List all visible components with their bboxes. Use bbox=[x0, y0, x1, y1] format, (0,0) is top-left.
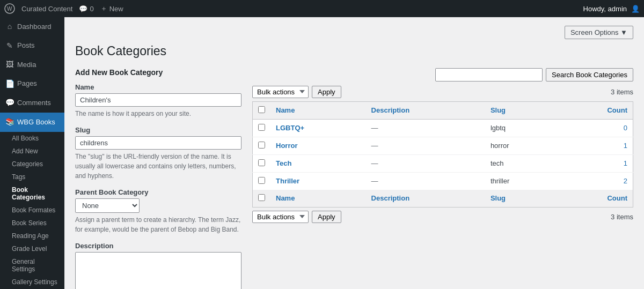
sidebar-sub-reading-age[interactable]: Reading Age bbox=[0, 229, 64, 242]
category-name-link[interactable]: Horror bbox=[276, 142, 297, 150]
row-slug-cell: thriller bbox=[485, 172, 558, 190]
parent-select[interactable]: None bbox=[75, 198, 140, 213]
sidebar-item-label: Dashboard bbox=[17, 22, 52, 32]
category-name-link[interactable]: Thriller bbox=[276, 177, 299, 185]
top-apply-button[interactable]: Apply bbox=[312, 86, 341, 98]
sidebar-item-label: Comments bbox=[17, 98, 51, 108]
sidebar-sub-gallery-settings[interactable]: Gallery Settings bbox=[0, 276, 64, 288]
row-checkbox[interactable] bbox=[258, 142, 265, 149]
sidebar-item-comments[interactable]: 💬 Comments bbox=[0, 93, 64, 113]
row-name-cell: Horror bbox=[270, 137, 366, 154]
row-count-cell[interactable]: 2 bbox=[557, 172, 633, 190]
select-all-header bbox=[253, 101, 271, 119]
bottom-bulk-actions-select[interactable]: Bulk actions bbox=[252, 211, 309, 223]
row-count-cell[interactable]: 1 bbox=[557, 137, 633, 154]
select-all-checkbox[interactable] bbox=[258, 106, 265, 113]
layout: ⌂ Dashboard ✎ Posts 🖼 Media 📄 Pages 💬 Co… bbox=[0, 17, 644, 289]
sidebar: ⌂ Dashboard ✎ Posts 🖼 Media 📄 Pages 💬 Co… bbox=[0, 17, 64, 289]
sidebar-sub-book-categories[interactable]: Book Categories bbox=[0, 183, 64, 204]
row-count-cell[interactable]: 0 bbox=[557, 119, 633, 137]
row-description-cell: — bbox=[366, 137, 485, 154]
sidebar-sub-add-new[interactable]: Add New bbox=[0, 145, 64, 158]
media-icon: 🖼 bbox=[5, 60, 14, 70]
row-description: — bbox=[371, 142, 378, 150]
sidebar-item-label: Media bbox=[17, 60, 36, 70]
search-button[interactable]: Search Book Categories bbox=[546, 68, 633, 81]
screen-options-button[interactable]: Screen Options ▼ bbox=[565, 26, 633, 39]
site-name[interactable]: Curated Content bbox=[21, 5, 72, 13]
category-name-link[interactable]: LGBTQ+ bbox=[276, 124, 304, 132]
parent-label: Parent Book Category bbox=[75, 188, 241, 196]
row-checkbox[interactable] bbox=[258, 159, 265, 166]
sidebar-item-wbg-books[interactable]: 📚 WBG Books bbox=[0, 113, 64, 132]
row-slug-cell: lgbtq bbox=[485, 119, 558, 137]
svg-text:W: W bbox=[7, 6, 12, 12]
row-checkbox[interactable] bbox=[258, 124, 265, 131]
sidebar-item-pages[interactable]: 📄 Pages bbox=[0, 75, 64, 94]
sidebar-sub-book-series[interactable]: Book Series bbox=[0, 217, 64, 229]
sidebar-item-posts[interactable]: ✎ Posts bbox=[0, 36, 64, 56]
slug-help: The "slug" is the URL-friendly version o… bbox=[75, 152, 241, 181]
top-bulk-actions-select[interactable]: Bulk actions bbox=[252, 86, 309, 98]
sidebar-sub-categories[interactable]: Categories bbox=[0, 158, 64, 171]
row-checkbox[interactable] bbox=[258, 177, 265, 184]
sidebar-sub-general-settings[interactable]: General Settings bbox=[0, 255, 64, 276]
row-checkbox-cell bbox=[253, 154, 271, 172]
row-description: — bbox=[371, 159, 378, 167]
sidebar-item-dashboard[interactable]: ⌂ Dashboard bbox=[0, 17, 64, 36]
wordpress-logo-icon: W bbox=[4, 3, 15, 14]
category-name-link[interactable]: Tech bbox=[276, 159, 291, 167]
bottom-apply-button[interactable]: Apply bbox=[312, 211, 341, 223]
slug-column-header[interactable]: Slug bbox=[485, 101, 558, 119]
comment-count: 0 bbox=[90, 5, 93, 13]
comments-icon: 💬 bbox=[5, 98, 14, 108]
row-checkbox-cell bbox=[253, 119, 271, 137]
add-form: Add New Book Category Name The name is h… bbox=[75, 68, 241, 289]
search-input[interactable] bbox=[435, 68, 543, 81]
table-toolbar: Search Book Categories bbox=[252, 68, 633, 81]
slug-label: Slug bbox=[75, 126, 241, 134]
row-name-cell: Tech bbox=[270, 154, 366, 172]
row-description-cell: — bbox=[366, 154, 485, 172]
description-footer-header: Description bbox=[366, 190, 485, 208]
count-footer-header[interactable]: Count bbox=[557, 190, 633, 208]
parent-field-row: Parent Book Category None Assign a paren… bbox=[75, 188, 241, 234]
sidebar-sub-grade-level[interactable]: Grade Level bbox=[0, 242, 64, 255]
row-description: — bbox=[371, 177, 378, 185]
comments-link[interactable]: 💬 0 bbox=[79, 5, 93, 13]
count-column-header[interactable]: Count bbox=[557, 101, 633, 119]
posts-icon: ✎ bbox=[5, 41, 14, 51]
new-item-link[interactable]: ＋ New bbox=[100, 4, 123, 13]
slug-input[interactable] bbox=[75, 136, 241, 150]
row-count-cell[interactable]: 1 bbox=[557, 154, 633, 172]
sidebar-sub-book-formats[interactable]: Book Formates bbox=[0, 204, 64, 217]
description-input[interactable] bbox=[75, 252, 241, 289]
row-name-cell: Thriller bbox=[270, 172, 366, 190]
select-all-footer-checkbox[interactable] bbox=[258, 194, 265, 201]
table-row: LGBTQ+ — lgbtq 0 bbox=[253, 119, 633, 137]
name-footer-header[interactable]: Name bbox=[270, 190, 366, 208]
description-column-header: Description bbox=[366, 101, 485, 119]
new-label: New bbox=[109, 5, 123, 13]
top-bulk-bar: Bulk actions Apply 3 items bbox=[252, 86, 633, 98]
sidebar-submenu: All Books Add New Categories Tags Book C… bbox=[0, 132, 64, 289]
slug-field-row: Slug The "slug" is the URL-friendly vers… bbox=[75, 126, 241, 181]
sidebar-sub-all-books[interactable]: All Books bbox=[0, 132, 64, 145]
sidebar-item-media[interactable]: 🖼 Media bbox=[0, 55, 64, 75]
name-label: Name bbox=[75, 83, 241, 91]
sidebar-item-label: WBG Books bbox=[17, 117, 55, 127]
row-description-cell: — bbox=[366, 119, 485, 137]
row-checkbox-cell bbox=[253, 172, 271, 190]
name-column-header[interactable]: Name bbox=[270, 101, 366, 119]
top-item-count: 3 items bbox=[611, 88, 633, 96]
table-body: LGBTQ+ — lgbtq 0 Horror — horror 1 bbox=[253, 119, 633, 190]
sidebar-sub-tags[interactable]: Tags bbox=[0, 171, 64, 183]
dashboard-icon: ⌂ bbox=[5, 21, 14, 32]
table-row: Thriller — thriller 2 bbox=[253, 172, 633, 190]
slug-footer-header[interactable]: Slug bbox=[485, 190, 558, 208]
books-icon: 📚 bbox=[5, 117, 14, 128]
admin-bar: W Curated Content 💬 0 ＋ New Howdy, admin… bbox=[0, 0, 644, 17]
table-area: Search Book Categories Bulk actions Appl… bbox=[252, 68, 633, 223]
name-input[interactable] bbox=[75, 93, 241, 107]
table-row: Horror — horror 1 bbox=[253, 137, 633, 154]
